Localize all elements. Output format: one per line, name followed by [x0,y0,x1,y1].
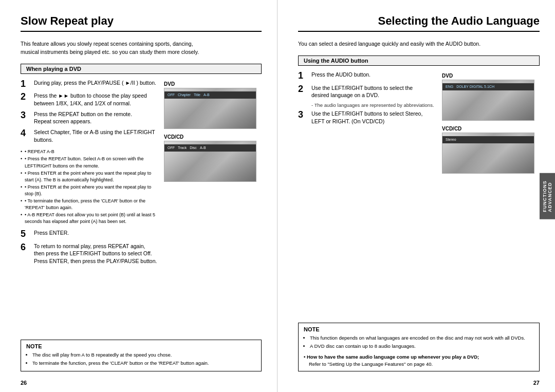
right-steps-col: 1 Press the AUDIO button. 2 Use the LEFT… [298,71,437,179]
repeat-ab-notes: • REPEAT A-B • Press the REPEAT button. … [21,148,159,225]
right-note-box: NOTE This function depends on what langu… [298,323,540,371]
using-audio-box: Using the AUDIO button [298,55,540,66]
advanced-functions-tab: ADVANCEDFUNCTIONS [540,173,555,219]
right-dvd-bar: ENG DOLBY DIGITAL 5.1CH [442,83,534,90]
right-note-content: This function depends on what languages … [304,334,534,368]
left-page-num: 26 [21,380,27,386]
right-vcd-screen: Stereo [442,133,534,174]
right-step-3: 3 Use the LEFT/RIGHT buttons to select S… [298,110,437,125]
vcdcd-image-block: VCD/CD OFF Track Disc A-B [164,134,262,182]
dvd-label: DVD [164,81,262,87]
note-refer: Refer to "Setting Up the Language Featur… [309,361,433,367]
left-page: Slow Repeat play This feature allows you… [0,0,278,392]
dvd-image-block: DVD OFF Chapter Title A-B [164,81,262,129]
left-title: Slow Repeat play [21,14,262,32]
dvd-screen: OFF Chapter Title A-B [164,88,256,129]
step-4: 4 Select Chapter, Title or A-B using the… [21,128,159,143]
right-vcd-bar: Stereo [442,136,534,143]
right-images-col: DVD ENG DOLBY DIGITAL 5.1CH VCD/CD Stere… [442,71,540,179]
right-page-num: 27 [533,380,540,386]
note-bold: • How to have the same audio language co… [304,354,479,360]
right-step-list: 1 Press the AUDIO button. 2 Use the LEFT… [298,71,437,125]
left-note-box: NOTE The disc will play from A to B repe… [21,340,262,372]
step-5: 5 Press ENTER. [21,229,159,239]
right-vcdcd-image-block: VCD/CD Stereo [442,126,540,174]
step-2: 2 Press the ►► button to choose the play… [21,92,159,107]
when-playing-box: When playing a DVD [21,64,262,74]
left-note-content: The disc will play from A to B repeatedl… [26,351,256,367]
right-step-2: 2 Use the LEFT/RIGHT buttons to select t… [298,84,437,99]
vcd-bar: OFF Track Disc A-B [164,144,256,152]
right-page: Selecting the Audio Language You can sel… [278,0,555,392]
vcdcd-label: VCD/CD [164,134,262,140]
step-3: 3 Press the REPEAT button on the remote.… [21,110,159,125]
right-step-1: 1 Press the AUDIO button. [298,71,437,81]
right-vcdcd-label: VCD/CD [442,126,540,132]
step-list-2: 5 Press ENTER. 6 To return to normal pla… [21,229,159,265]
right-dvd-image-block: DVD ENG DOLBY DIGITAL 5.1CH [442,73,540,121]
left-note-title: NOTE [26,343,256,349]
right-note-title: NOTE [304,326,534,332]
right-title: Selecting the Audio Language [298,14,540,32]
left-images-col: DVD OFF Chapter Title A-B VCD/CD OFF Tra… [164,79,262,270]
left-steps-col: 1 During play, press the PLAY/PAUSE ( ►/… [21,79,159,270]
right-dvd-screen: ENG DOLBY DIGITAL 5.1CH [442,80,534,121]
step-1: 1 During play, press the PLAY/PAUSE ( ►/… [21,79,159,89]
sub-note-2: - The audio languages are represented by… [311,102,437,108]
vcd-screen: OFF Track Disc A-B [164,141,256,182]
right-dvd-label: DVD [442,73,540,79]
right-intro: You can select a desired language quickl… [298,40,540,48]
dvd-bar: OFF Chapter Title A-B [164,91,256,99]
left-intro: This feature allows you slowly repeat sc… [21,40,262,57]
step-6: 6 To return to normal play, press REPEAT… [21,242,159,265]
step-list: 1 During play, press the PLAY/PAUSE ( ►/… [21,79,159,144]
